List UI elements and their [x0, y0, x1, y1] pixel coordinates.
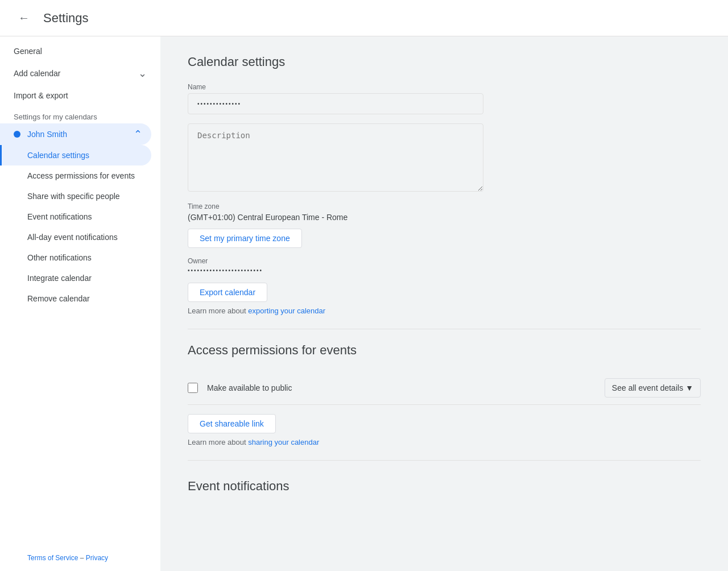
get-shareable-link-button[interactable]: Get shareable link — [188, 414, 276, 433]
timezone-value: (GMT+01:00) Central European Time - Rome — [188, 213, 701, 222]
chevron-up-icon: ⌃ — [134, 128, 142, 140]
exporting-link[interactable]: exporting your calendar — [248, 307, 325, 315]
calendar-settings-title: Calendar settings — [188, 55, 701, 69]
dropdown-arrow-icon: ▼ — [685, 383, 693, 392]
user-name: John Smith — [27, 130, 134, 139]
name-label: Name — [188, 83, 701, 91]
privacy-link[interactable]: Privacy — [86, 554, 108, 562]
sidebar-item-john-smith[interactable]: John Smith ⌃ — [0, 123, 151, 145]
export-learn-more: Learn more about exporting your calendar — [188, 307, 701, 315]
sidebar-subitem-other-notifications[interactable]: Other notifications — [0, 247, 160, 268]
export-section: Export calendar Learn more about exporti… — [188, 283, 701, 315]
footer: Terms of Service – Privacy — [14, 545, 122, 571]
sidebar-item-import-export[interactable]: Import & export — [0, 85, 160, 106]
header: ← Settings — [0, 0, 728, 36]
page-title: Settings — [43, 11, 89, 26]
see-all-details-dropdown[interactable]: See all event details ▼ — [605, 378, 701, 398]
make-public-label: Make available to public — [207, 383, 605, 392]
description-input[interactable] — [188, 123, 483, 192]
sharing-link[interactable]: sharing your calendar — [248, 438, 319, 446]
add-calendar-label: Add calendar — [14, 69, 61, 78]
see-all-details-label: See all event details — [612, 383, 683, 392]
user-dot — [14, 131, 20, 138]
content-area: Calendar settings Name Time zone (GMT+01… — [160, 36, 728, 571]
sidebar-subitem-integrate-calendar[interactable]: Integrate calendar — [0, 268, 160, 288]
description-field-group — [188, 123, 701, 193]
page: ← Settings General Add calendar ⌄ Import… — [0, 0, 728, 571]
back-icon: ← — [18, 11, 30, 24]
make-public-checkbox[interactable] — [188, 383, 198, 393]
sidebar-subitem-allday-notifications[interactable]: All-day event notifications — [0, 227, 160, 247]
main-layout: General Add calendar ⌄ Import & export S… — [0, 36, 728, 571]
footer-separator: – — [80, 554, 84, 562]
sidebar-subitem-remove-calendar[interactable]: Remove calendar — [0, 288, 160, 309]
my-calendars-header: Settings for my calendars — [0, 106, 160, 123]
export-calendar-button[interactable]: Export calendar — [188, 283, 267, 302]
back-button[interactable]: ← — [14, 7, 34, 29]
name-input[interactable] — [188, 93, 483, 114]
event-notifications-title: Event notifications — [188, 479, 701, 494]
sidebar-subitem-access-permissions[interactable]: Access permissions for events — [0, 165, 160, 186]
access-permissions-section: Access permissions for events Make avail… — [188, 343, 701, 446]
section-divider — [188, 329, 701, 329]
timezone-group: Time zone (GMT+01:00) Central European T… — [188, 202, 701, 248]
timezone-label: Time zone — [188, 202, 701, 210]
access-permissions-title: Access permissions for events — [188, 343, 701, 358]
sidebar-item-add-calendar[interactable]: Add calendar ⌄ — [0, 61, 160, 85]
make-public-row: Make available to public See all event d… — [188, 371, 701, 405]
sidebar-subitem-share-specific[interactable]: Share with specific people — [0, 186, 160, 206]
shareable-link-section: Get shareable link Learn more about shar… — [188, 414, 701, 446]
owner-group: Owner •••••••••••••••••••••••• — [188, 257, 701, 274]
name-field-group: Name — [188, 83, 701, 114]
section-divider-2 — [188, 460, 701, 461]
sidebar-item-general[interactable]: General — [0, 41, 160, 61]
sidebar: General Add calendar ⌄ Import & export S… — [0, 36, 160, 571]
owner-label: Owner — [188, 257, 701, 265]
sharing-learn-more: Learn more about sharing your calendar — [188, 438, 701, 446]
sidebar-subitem-calendar-settings[interactable]: Calendar settings — [0, 145, 151, 165]
owner-value: •••••••••••••••••••••••• — [188, 267, 701, 274]
chevron-down-icon: ⌄ — [138, 67, 147, 80]
set-timezone-button[interactable]: Set my primary time zone — [188, 229, 302, 248]
sidebar-subitem-event-notifications[interactable]: Event notifications — [0, 206, 160, 227]
terms-link[interactable]: Terms of Service — [27, 554, 78, 562]
